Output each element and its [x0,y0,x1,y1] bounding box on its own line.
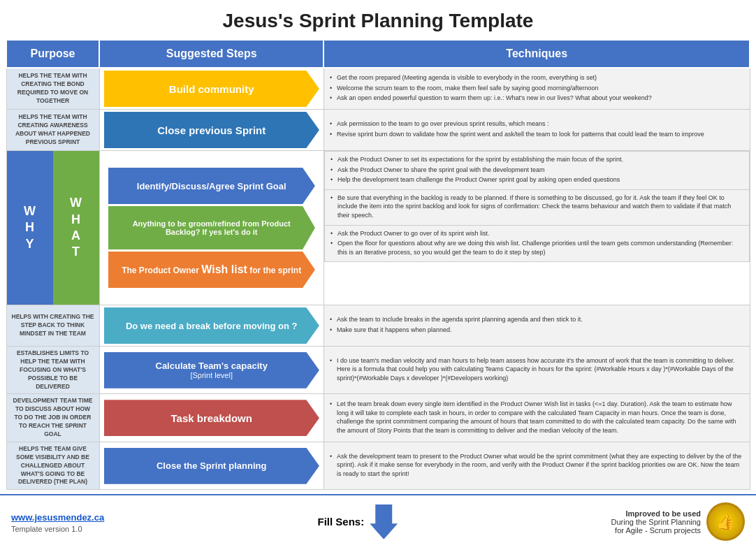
tech-item: Get the room prepared (Meeting agenda is… [330,73,744,82]
badge-icon: 👍 [706,502,745,541]
table-row: ESTABLISHES LIMITS TO HELP THE TEAM WITH… [6,347,750,394]
for-text: for Agile - Scrum projects [615,526,701,535]
page-title: Jesus's Sprint Planning Template [0,0,756,39]
tech-cell-task: Let the team break down every single ite… [324,394,750,442]
tech-item: Ask the Product Owner to set its expecta… [330,155,743,164]
tech-cell-2: Ask permission to the team to go over pr… [324,110,750,151]
what-column: W H A T [53,151,99,305]
table-row: HELPS THE TEAM WITH CREATING THE BOND RE… [6,68,750,110]
step-cell-capacity: Calculate Team's capacity [Sprint level] [99,347,324,394]
header-steps: Suggested Steps [99,40,324,68]
step-arrow-wish-list: The Product Owner Wish list for the spri… [108,252,315,288]
improved-text: Improved to be used [625,509,701,518]
step-arrow-build-community: Build community [104,71,319,107]
step-arrow-sprint-goal: Identify/Discuss/Agree Sprint Goal [108,168,315,204]
footer-right-container: Improved to be used During the Sprint Pl… [611,502,745,541]
purpose-cell-task: DEVELOPMENT TEAM TIME TO DISCUSS ABOUT H… [6,394,99,442]
version-text: Template version 1.0 [11,525,104,533]
purpose-cell-close: HELPS THE TEAM GIVE SOME VISIBILITY AND … [6,442,99,489]
tech-item: Let the team break down every single ite… [330,400,744,435]
tech-cell-wish-list: Ask the Product Owner to go over of its … [324,225,749,262]
step-cell-break: Do we need a break before moving on ? [99,305,324,347]
step-arrow-task: Task breakdown [104,400,319,436]
why-what-row: W H Y W H A T [6,151,750,305]
tech-item: I do use team's median velocity and man … [330,356,744,383]
step-arrow-break: Do we need a break before moving on ? [104,307,319,344]
footer-right: Improved to be used During the Sprint Pl… [611,509,701,535]
tech-item: Help the development team challenge the … [330,175,743,184]
multi-step-container: Identify/Discuss/Agree Sprint Goal Anyth… [104,166,319,290]
tech-item: Make sure that it happens when planned. [330,326,744,335]
main-table: Purpose Suggested Steps Techniques HELPS… [6,39,750,490]
tech-item: Ask the team to Include breaks in the ag… [330,315,744,324]
tech-cell-capacity: I do use team's median velocity and man … [324,347,750,394]
tech-sub-row: Ask the Product Owner to set its expecta… [324,152,749,190]
table-wrapper: Purpose Suggested Steps Techniques HELPS… [0,39,756,490]
step-arrow-close-sprint: Close previous Sprint [104,112,319,148]
why-what-cell: W H Y W H A T [6,151,99,305]
tech-sub-row: Ask the Product Owner to go over of its … [324,225,749,262]
footer-left: www.jesusmendez.ca Template version 1.0 [11,511,104,533]
step-cell-1: Build community [99,68,324,110]
purpose-cell-capacity: ESTABLISHES LIMITS TO HELP THE TEAM WITH… [6,347,99,394]
table-row: HELPS THE TEAM GIVE SOME VISIBILITY AND … [6,442,750,489]
step-arrow-backlog-refine: Anything to be groom/refined from Produc… [108,206,315,249]
header-row: Purpose Suggested Steps Techniques [6,40,750,68]
tech-item: Revise sprint burn down to validate how … [330,130,744,139]
footer: www.jesusmendez.ca Template version 1.0 … [0,494,756,545]
multi-step-cell: Identify/Discuss/Agree Sprint Goal Anyth… [99,151,324,305]
purpose-cell-break: HELPS WITH CREATING THE STEP BACK TO THI… [6,305,99,347]
why-column: W H Y [7,151,53,305]
tech-item: Welcome the scrum team to the room, make… [330,84,744,93]
table-row: HELPS WITH CREATING THE STEP BACK TO THI… [6,305,750,347]
step-arrow-close-planning: Close the Sprint planning [104,448,319,484]
table-row: HELPS THE TEAM WITH CREATING AWARENESS A… [6,110,750,151]
tech-cell-1: Get the room prepared (Meeting agenda is… [324,68,750,110]
tech-cell-backlog: Be sure that everything in the backlog i… [324,189,749,225]
tech-item: Be sure that everything in the backlog i… [330,194,743,220]
purpose-cell-1: HELPS THE TEAM WITH CREATING THE BOND RE… [6,68,99,110]
tech-sub-row: Be sure that everything in the backlog i… [324,189,749,225]
tech-item: Ask the Product Owner to go over of its … [330,229,743,238]
purpose-cell-2: HELPS THE TEAM WITH CREATING AWARENESS A… [6,110,99,151]
tech-item: Ask the Product Owner to share the sprin… [330,166,743,175]
step-cell-2: Close previous Sprint [99,110,324,151]
header-techniques: Techniques [324,40,750,68]
footer-center: Fill Sens: [318,504,398,539]
tech-item: Open the floor for questions about why a… [330,239,743,256]
step-cell-task: Task breakdown [99,394,324,442]
step-cell-close: Close the Sprint planning [99,442,324,489]
tech-cell-sprint-goal: Ask the Product Owner to set its expecta… [324,152,749,190]
tech-item: Ask the development team to present to t… [330,452,744,479]
page: Jesus's Sprint Planning Template Purpose… [0,0,756,545]
fill-direction-arrow-icon [370,504,398,539]
tech-cell-break: Ask the team to Include breaks in the ag… [324,305,750,347]
tech-cell-close: Ask the development team to present to t… [324,442,750,489]
step-arrow-capacity: Calculate Team's capacity [Sprint level] [104,352,319,389]
fill-sens-label: Fill Sens: [318,516,365,528]
table-row: DEVELOPMENT TEAM TIME TO DISCUSS ABOUT H… [6,394,750,442]
multi-tech-cell: Ask the Product Owner to set its expecta… [324,151,750,305]
tech-item: Ask an open ended powerful question to w… [330,94,744,103]
tech-item: Ask permission to the team to go over pr… [330,119,744,129]
website-link[interactable]: www.jesusmendez.ca [11,512,104,523]
header-purpose: Purpose [6,40,99,68]
during-text: During the Sprint Planning [611,518,701,526]
